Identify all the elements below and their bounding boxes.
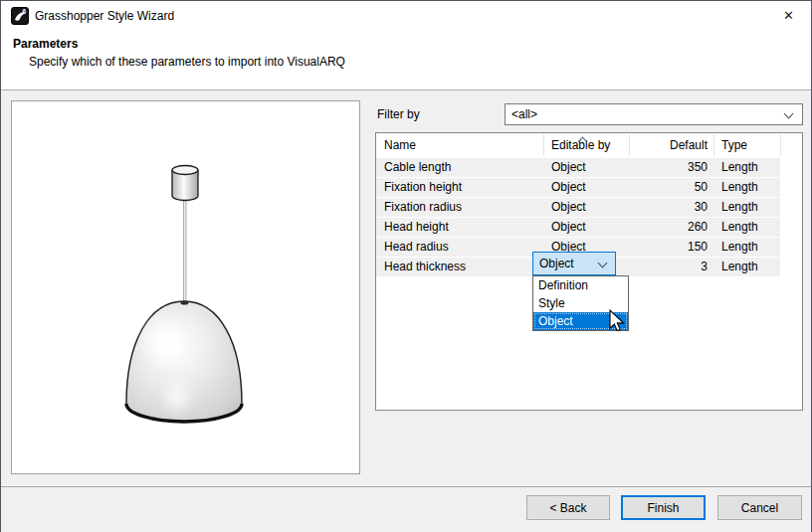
param-default: 30	[628, 198, 708, 217]
chevron-down-icon	[598, 259, 608, 268]
filter-value: <all>	[511, 107, 537, 121]
page-subtitle: Specify which of these parameters to imp…	[29, 55, 345, 69]
column-divider	[543, 134, 544, 156]
filter-dropdown[interactable]: <all>	[505, 103, 803, 125]
param-type: Length	[721, 218, 758, 237]
param-default: 3	[628, 258, 708, 276]
param-editable-by: Object	[551, 198, 586, 217]
preview-panel[interactable]	[11, 100, 360, 474]
param-editable-by: Object	[551, 218, 586, 237]
grasshopper-icon: 6	[11, 7, 29, 25]
param-name: Head height	[384, 218, 449, 237]
back-button[interactable]: < Back	[526, 495, 610, 520]
param-type: Length	[721, 158, 758, 177]
wizard-window: 6 Grasshopper Style Wizard ✕ Parameters …	[0, 0, 812, 532]
param-type: Length	[721, 198, 758, 217]
param-type: Length	[721, 238, 758, 257]
title-bar[interactable]: 6 Grasshopper Style Wizard ✕	[1, 1, 811, 31]
param-name: Cable length	[384, 158, 451, 177]
mouse-cursor-icon	[604, 305, 626, 331]
param-name: Head radius	[384, 238, 449, 257]
column-header-default[interactable]: Default	[628, 133, 708, 157]
chevron-down-icon	[784, 109, 794, 119]
param-default: 150	[628, 238, 708, 257]
column-divider	[780, 134, 781, 156]
param-name: Fixation radius	[384, 198, 462, 217]
wizard-step-header: Parameters Specify which of these parame…	[1, 31, 811, 89]
editable-by-combobox[interactable]: Object	[532, 252, 616, 275]
table-row[interactable]: Cable lengthObject350Length	[376, 158, 780, 177]
param-type: Length	[721, 258, 758, 276]
finish-button[interactable]: Finish	[621, 495, 706, 520]
table-header[interactable]: Name Editable by Default Type	[376, 133, 802, 157]
param-editable-by: Object	[551, 178, 586, 197]
dropdown-option-definition[interactable]: Definition	[533, 276, 628, 294]
param-editable-by: Object	[551, 158, 586, 177]
column-divider	[713, 134, 714, 156]
lamp-3d-render	[12, 101, 359, 473]
param-name: Head thickness	[384, 258, 466, 276]
table-row[interactable]: Head heightObject260Length	[376, 218, 780, 237]
table-row[interactable]: Fixation radiusObject30Length	[376, 198, 780, 217]
column-header-type[interactable]: Type	[721, 133, 747, 157]
window-title: Grasshopper Style Wizard	[35, 1, 174, 31]
button-bar: < Back Finish Cancel	[1, 487, 811, 532]
column-header-name[interactable]: Name	[384, 133, 416, 157]
filter-by-label: Filter by	[377, 104, 420, 124]
param-default: 350	[628, 158, 708, 177]
table-row[interactable]: Fixation heightObject50Length	[376, 178, 780, 197]
param-default: 50	[628, 178, 708, 197]
page-title: Parameters	[13, 37, 78, 51]
svg-text:6: 6	[23, 8, 27, 15]
param-default: 260	[628, 218, 708, 237]
close-icon[interactable]: ✕	[766, 1, 811, 31]
param-name: Fixation height	[384, 178, 462, 197]
cancel-button[interactable]: Cancel	[717, 495, 802, 520]
param-type: Length	[721, 178, 758, 197]
column-divider	[629, 134, 630, 156]
combobox-value: Object	[539, 253, 574, 274]
